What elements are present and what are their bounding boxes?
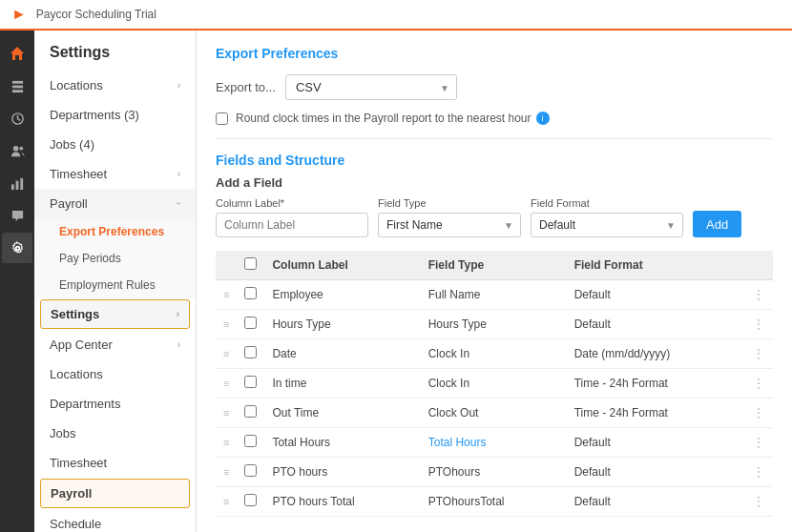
icon-bar-clock[interactable] xyxy=(2,103,32,133)
row-menu-icon[interactable]: ⋮ xyxy=(752,405,765,420)
field-format-cell: Default xyxy=(567,458,744,487)
icon-bar-logo[interactable] xyxy=(2,38,32,69)
sidebar-submenu-employment-rules[interactable]: Employment Rules xyxy=(34,272,196,298)
sidebar-item-payroll2[interactable]: Payroll xyxy=(40,479,190,508)
column-label-cell: Out Time xyxy=(264,399,420,428)
row-actions-cell: ⋮ xyxy=(744,310,773,339)
field-type-cell: Full Name xyxy=(421,280,567,310)
icon-bar-users[interactable] xyxy=(2,135,32,166)
chevron-icon: › xyxy=(177,309,179,319)
icon-bar-chat[interactable] xyxy=(2,200,32,231)
sidebar-item-payroll[interactable]: Payroll › xyxy=(34,189,196,218)
sidebar-submenu-export-prefs[interactable]: Export Preferences xyxy=(34,218,196,245)
sidebar-submenu-pay-periods[interactable]: Pay Periods xyxy=(34,245,196,272)
export-to-select[interactable]: CSV Excel PDF xyxy=(285,74,457,100)
sidebar-item-departments2[interactable]: Departments xyxy=(34,389,196,419)
svg-marker-0 xyxy=(10,47,24,60)
column-label-cell: Date xyxy=(264,339,420,369)
th-field-type: Field Type xyxy=(421,251,567,280)
row-checkbox-1[interactable] xyxy=(244,317,257,329)
table-row: ≡ In time Clock In Time - 24h Format ⋮ xyxy=(216,369,773,399)
row-check-cell xyxy=(237,399,264,428)
field-format-cell: Default xyxy=(567,310,744,339)
field-format-select-wrap: Default Time - 24h Format Date (mm/dd/yy… xyxy=(531,213,683,237)
chevron-icon: › xyxy=(177,339,180,350)
app-logo: ► xyxy=(11,6,27,23)
row-checkbox-0[interactable] xyxy=(244,287,257,299)
row-menu-icon[interactable]: ⋮ xyxy=(752,464,765,480)
drag-handle-icon[interactable]: ≡ xyxy=(223,289,229,300)
round-clock-checkbox[interactable] xyxy=(216,113,228,125)
row-check-cell xyxy=(237,428,264,458)
row-menu-icon[interactable]: ⋮ xyxy=(752,317,765,332)
sidebar-item-jobs[interactable]: Jobs (4) xyxy=(34,130,196,159)
field-type-cell: Hours Type xyxy=(421,310,567,339)
row-checkbox-4[interactable] xyxy=(244,405,257,418)
table-row: ≡ Total Hours Total Hours Default ⋮ xyxy=(216,428,773,458)
sidebar-item-timesheet2[interactable]: Timesheet xyxy=(34,448,196,478)
icon-bar-chart[interactable] xyxy=(2,168,32,198)
field-format-cell: Date (mm/dd/yyyy) xyxy=(567,339,744,369)
row-menu-icon[interactable]: ⋮ xyxy=(752,376,765,391)
icon-bar-settings[interactable] xyxy=(2,233,32,263)
field-type-select[interactable]: First Name Last Name Full Name Hours Typ… xyxy=(378,213,521,237)
chevron-icon: › xyxy=(177,80,180,91)
svg-point-6 xyxy=(19,146,23,150)
row-menu-icon[interactable]: ⋮ xyxy=(752,346,765,361)
field-format-cell: Time - 24h Format xyxy=(567,399,744,428)
add-field-row: Column Label* Field Type First Name Last… xyxy=(216,197,773,237)
drag-handle-icon[interactable]: ≡ xyxy=(223,318,229,330)
table-header-row: Column Label Field Type Field Format xyxy=(216,251,773,280)
app-title: Paycor Scheduling Trial xyxy=(36,8,156,21)
row-actions-cell: ⋮ xyxy=(744,428,773,458)
drag-handle-cell: ≡ xyxy=(216,428,237,458)
drag-handle-icon[interactable]: ≡ xyxy=(223,437,229,448)
sidebar-item-timesheet[interactable]: Timesheet › xyxy=(34,159,196,189)
row-actions-cell: ⋮ xyxy=(744,458,773,487)
sidebar-item-schedule[interactable]: Schedule xyxy=(34,509,196,532)
field-format-select[interactable]: Default Time - 24h Format Date (mm/dd/yy… xyxy=(531,213,683,237)
icon-bar-home[interactable] xyxy=(2,71,32,101)
row-menu-icon[interactable]: ⋮ xyxy=(752,435,765,450)
field-type-cell: Clock Out xyxy=(421,399,567,428)
drag-handle-icon[interactable]: ≡ xyxy=(223,496,229,507)
icon-bar xyxy=(0,31,34,532)
chevron-down-icon: › xyxy=(174,202,184,205)
row-checkbox-3[interactable] xyxy=(244,376,257,388)
field-type-link[interactable]: Total Hours xyxy=(428,436,487,449)
row-check-cell xyxy=(237,487,264,517)
sidebar-item-departments[interactable]: Departments (3) xyxy=(34,100,196,130)
sidebar-item-locations2[interactable]: Locations xyxy=(34,359,196,389)
add-field-button[interactable]: Add xyxy=(693,211,741,237)
drag-handle-icon[interactable]: ≡ xyxy=(223,407,229,419)
payroll-submenu: Export Preferences Pay Periods Employmen… xyxy=(34,218,196,298)
row-checkbox-6[interactable] xyxy=(244,464,257,477)
sidebar-title: Settings xyxy=(34,31,196,71)
svg-rect-2 xyxy=(11,85,22,88)
column-label-input[interactable] xyxy=(216,213,368,237)
row-actions-cell: ⋮ xyxy=(744,369,773,399)
row-checkbox-2[interactable] xyxy=(244,346,257,358)
chevron-icon: › xyxy=(177,169,180,179)
row-checkbox-7[interactable] xyxy=(244,494,257,506)
row-menu-icon[interactable]: ⋮ xyxy=(752,287,765,302)
field-format-cell: Default xyxy=(567,428,744,458)
info-icon[interactable]: i xyxy=(536,112,550,125)
table-body: ≡ Employee Full Name Default ⋮ ≡ Hours T… xyxy=(216,280,773,517)
sidebar-item-locations[interactable]: Locations › xyxy=(34,71,196,100)
sidebar-item-jobs2[interactable]: Jobs xyxy=(34,419,196,448)
export-preferences-title: Export Preferences xyxy=(216,46,773,61)
drag-handle-icon[interactable]: ≡ xyxy=(223,466,229,478)
drag-handle-cell: ≡ xyxy=(216,339,237,369)
row-checkbox-5[interactable] xyxy=(244,435,257,447)
sidebar-item-app-center[interactable]: App Center › xyxy=(34,330,196,359)
column-label-cell: PTO hours xyxy=(264,458,420,487)
sidebar-item-settings[interactable]: Settings › xyxy=(40,299,190,329)
select-all-checkbox[interactable] xyxy=(244,257,257,270)
svg-rect-8 xyxy=(15,180,18,189)
field-type-cell: Clock In xyxy=(428,377,469,390)
field-type-header: Field Type xyxy=(378,197,521,209)
drag-handle-icon[interactable]: ≡ xyxy=(223,378,229,389)
drag-handle-icon[interactable]: ≡ xyxy=(223,348,229,359)
row-menu-icon[interactable]: ⋮ xyxy=(752,494,765,509)
